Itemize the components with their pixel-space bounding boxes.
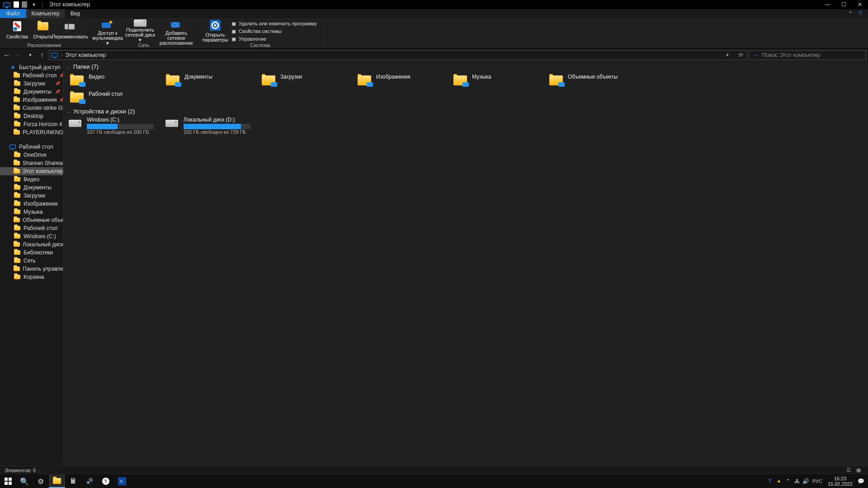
nav-up-button[interactable]: ↑ [37, 50, 47, 60]
star-icon: ★ [9, 64, 16, 71]
folder-item[interactable]: Объемные объекты [546, 72, 642, 89]
uninstall-button[interactable]: ▣Удалить или изменить программу [230, 20, 319, 27]
search-icon: → [753, 52, 758, 58]
nav-item[interactable]: PLAYERUNKNOWN'S BA [0, 128, 63, 136]
add-network-location-button[interactable]: Добавить сетевое расположение [157, 19, 196, 42]
address-dropdown-icon[interactable]: ▼ [722, 51, 733, 60]
details-view-icon[interactable]: ☰ [844, 467, 854, 473]
tray-weather-icon[interactable]: ● [774, 474, 783, 488]
address-bar[interactable]: › Этот компьютер ▼ ⟳ [49, 50, 747, 60]
nav-quick-access[interactable]: ★Быстрый доступ [0, 63, 63, 71]
svg-text:Y: Y [104, 479, 108, 484]
open-settings-button[interactable]: Открыть параметры [202, 19, 229, 42]
nav-item[interactable]: Документы📌 [0, 88, 63, 96]
manage-button[interactable]: ▣Управление [230, 35, 319, 42]
folder-item[interactable]: Загрузки [259, 72, 354, 89]
open-label: Открыть [33, 34, 52, 39]
nav-item[interactable]: Загрузки📌 [0, 80, 63, 88]
search-box[interactable]: → Поиск: Этот компьютер [749, 50, 866, 60]
nav-item[interactable]: Панель управления [0, 265, 63, 273]
tray-language[interactable]: РУС [811, 474, 824, 488]
tab-computer[interactable]: Компьютер [26, 9, 65, 18]
address-crumb[interactable]: Этот компьютер [65, 52, 106, 58]
taskbar-clock[interactable]: 16:23 15.02.2022 [824, 476, 856, 487]
nav-item[interactable]: Sharean Shareann [0, 159, 63, 167]
action-center-icon[interactable]: 💬 [856, 474, 865, 488]
rename-button[interactable]: Переименовать [54, 19, 86, 42]
nav-item[interactable]: Локальный диск (D:) [0, 240, 63, 249]
nav-item[interactable]: Объемные объекты [0, 216, 63, 224]
tray-volume-icon[interactable]: 🔊 [802, 474, 811, 488]
maximize-button[interactable]: ☐ [835, 0, 852, 9]
taskbar-explorer-button[interactable] [49, 474, 65, 488]
taskbar-steam-button[interactable] [81, 474, 98, 488]
nav-item[interactable]: Изображения📌 [0, 96, 63, 104]
qat-new-folder-icon[interactable] [22, 1, 27, 8]
folder-icon [14, 216, 20, 224]
system-properties-button[interactable]: ▣Свойства системы [230, 28, 319, 35]
open-button[interactable]: Открыть [33, 19, 53, 42]
nav-item[interactable]: Сеть [0, 257, 63, 265]
taskbar-yandex-button[interactable]: Y [98, 474, 114, 488]
nav-item[interactable]: Музыка [0, 208, 63, 216]
nav-forward-button[interactable]: → [14, 50, 24, 60]
start-button[interactable] [0, 474, 16, 488]
svg-rect-7 [171, 22, 180, 28]
drive-item[interactable]: Локальный диск (D:)102 ГБ свободно из 72… [164, 117, 254, 135]
folder-item[interactable]: Изображения [354, 72, 450, 89]
window-title: Этот компьютер [45, 1, 90, 8]
folder-item[interactable]: Документы [163, 72, 259, 89]
nav-item[interactable]: Корзина [0, 273, 63, 281]
nav-item[interactable]: Этот компьютер [0, 167, 63, 175]
system-group-caption: Система [199, 42, 321, 49]
nav-item[interactable]: Рабочий стол [0, 224, 63, 232]
nav-recent-button[interactable]: ▼ [25, 50, 35, 60]
taskbar-settings-button[interactable]: ⚙ [33, 474, 49, 488]
properties-button[interactable]: Свойства [3, 19, 32, 42]
taskbar-time: 16:23 [828, 476, 853, 481]
close-button[interactable]: ✕ [852, 0, 868, 9]
tab-file[interactable]: Файл [0, 9, 26, 18]
tab-view[interactable]: Вид [65, 9, 86, 18]
folder-icon [14, 88, 21, 95]
nav-item[interactable]: Документы [0, 183, 63, 192]
tray-overflow-icon[interactable]: ⌃ [783, 474, 793, 488]
nav-item[interactable]: Изображения [0, 200, 63, 208]
map-drive-button[interactable]: Подключить сетевой диск ▾ [124, 19, 156, 42]
nav-back-button[interactable]: ← [2, 50, 12, 60]
folder-item[interactable]: Видео [67, 72, 163, 89]
section-devices[interactable]: ⌄ Устройства и диски (2) [63, 106, 868, 117]
minimize-button[interactable]: — [819, 0, 835, 9]
nav-item[interactable]: Forza Horizon 4 [0, 120, 63, 128]
folder-item[interactable]: Рабочий стол [67, 89, 163, 106]
svg-rect-13 [9, 478, 12, 481]
nav-item[interactable]: Рабочий стол📌 [0, 71, 63, 80]
svg-rect-12 [5, 478, 8, 481]
section-folders[interactable]: ⌄ Папки (7) [63, 61, 868, 72]
tray-network-icon[interactable]: 🖧 [793, 474, 802, 488]
refresh-icon[interactable]: ⟳ [736, 51, 746, 60]
uninstall-label: Удалить или изменить программу [239, 21, 317, 26]
nav-item[interactable]: Библиотеки [0, 249, 63, 257]
nav-item[interactable]: Desktop [0, 112, 63, 120]
nav-desktop[interactable]: Рабочий стол [0, 143, 63, 151]
taskbar-powershell-button[interactable]: > [114, 474, 130, 488]
nav-item[interactable]: Counter-strike Global O [0, 104, 63, 112]
media-access-button[interactable]: ♪ Доступ к мультимедиа ▾ [92, 19, 123, 42]
nav-item[interactable]: Видео [0, 175, 63, 183]
drive-item[interactable]: Windows (C:)107 ГБ свободно из 200 ГБ [67, 117, 157, 135]
nav-item[interactable]: Загрузки [0, 192, 63, 200]
system-properties-icon: ▣ [231, 28, 236, 34]
taskbar-search-button[interactable]: 🔍 [16, 474, 33, 488]
nav-item[interactable]: OneDrive [0, 151, 63, 159]
help-icon[interactable]: ? [855, 9, 865, 18]
collapse-ribbon-icon[interactable]: ⌃ [845, 9, 855, 18]
svg-rect-14 [5, 482, 8, 485]
qat-customize-icon[interactable]: ▾ [30, 1, 38, 8]
tiles-view-icon[interactable]: ▦ [854, 467, 863, 473]
tray-help-icon[interactable]: ? [765, 474, 774, 488]
taskbar-calculator-button[interactable]: 🖩 [65, 474, 81, 488]
folder-item[interactable]: Музыка [450, 72, 546, 89]
nav-item[interactable]: Windows (C:) [0, 232, 63, 240]
qat-properties-icon[interactable] [14, 1, 19, 8]
